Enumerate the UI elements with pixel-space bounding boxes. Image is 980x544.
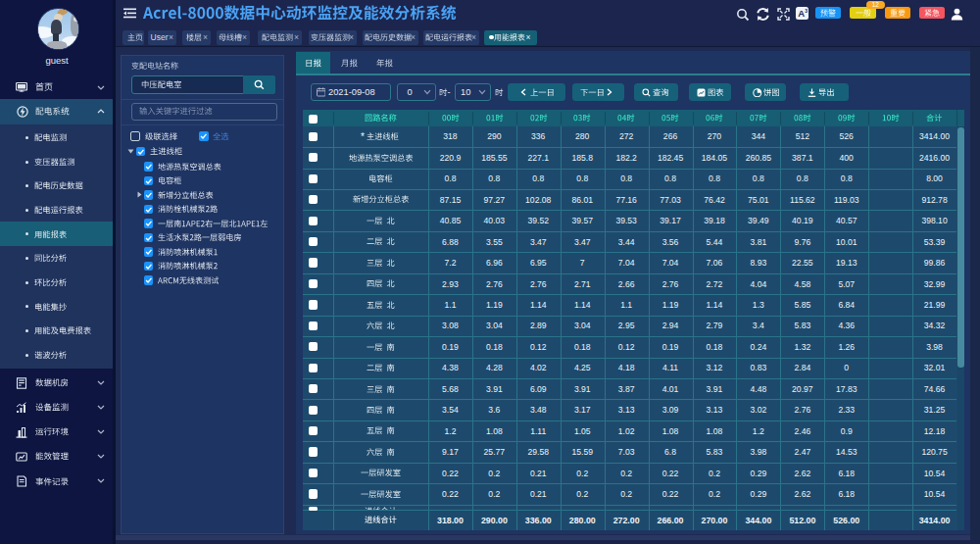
svg-text:A: A [798,8,805,19]
svg-text:3: 3 [805,7,808,13]
